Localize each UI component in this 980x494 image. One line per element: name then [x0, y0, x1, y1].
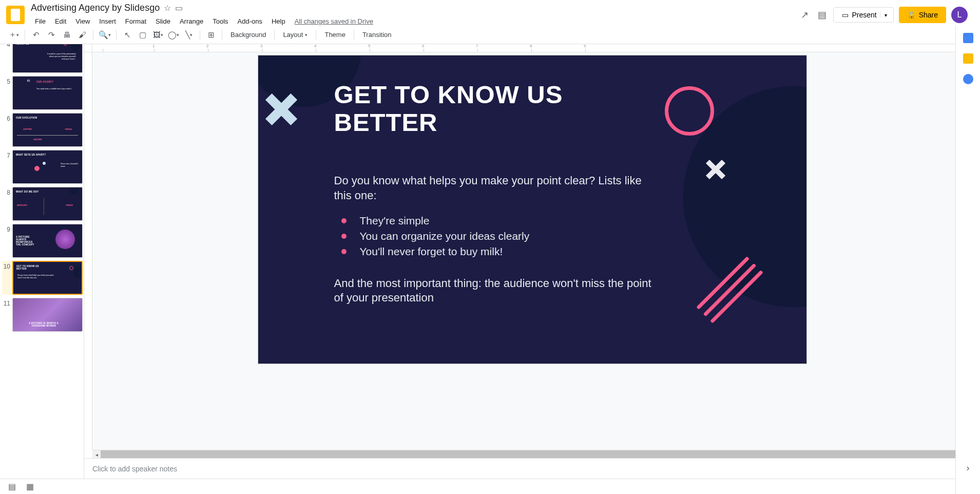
- list-item: You can organize your ideas clearly: [334, 230, 530, 242]
- thumb-label: MERCURY: [17, 204, 27, 206]
- new-slide-button[interactable]: ＋▾: [7, 28, 21, 42]
- image-tool[interactable]: 🖼▾: [151, 28, 165, 42]
- present-label: Present: [852, 11, 876, 19]
- account-avatar[interactable]: L: [951, 7, 968, 23]
- select-tool[interactable]: ↖: [121, 28, 134, 42]
- thumb[interactable]: 01 OUR AGENCY You could enter a subtitle…: [12, 76, 83, 110]
- thumb-num: 8: [2, 187, 12, 196]
- canvas-area: GET TO KNOW US BETTER Do you know what h…: [84, 44, 980, 479]
- thumb-title: A PICTURE IS WORTH A THOUSAND WORDS: [28, 322, 59, 327]
- bullet-icon: [341, 234, 347, 239]
- thumb[interactable]: OUR EVOLUTION JUPITER VENUS SATURN: [12, 113, 83, 147]
- thumb[interactable]: GET TO KNOW US BETTER Do you know what h…: [12, 261, 83, 295]
- grid-view-icon[interactable]: ▦: [26, 482, 34, 491]
- slide-bullet-list[interactable]: They're simple You can organize your ide…: [334, 215, 530, 261]
- list-item: They're simple: [334, 215, 530, 227]
- present-button[interactable]: ▭ Present ▾: [833, 7, 893, 23]
- textbox-tool[interactable]: ▢: [136, 28, 149, 42]
- thumb-4[interactable]: 4 ABOUT US It could be a part of the pre…: [2, 44, 83, 73]
- avatar-initial: L: [957, 10, 962, 20]
- slide[interactable]: GET TO KNOW US BETTER Do you know what h…: [258, 55, 806, 364]
- layout-button[interactable]: Layout▾: [279, 29, 312, 41]
- paint-format-button[interactable]: 🖌: [75, 28, 89, 42]
- redo-button[interactable]: ↷: [45, 28, 58, 42]
- side-collapse-icon[interactable]: ›: [967, 463, 970, 473]
- ruler-vertical: [84, 52, 92, 450]
- bullet-icon: [341, 249, 347, 254]
- thumb-num: 5: [2, 76, 12, 85]
- thumb-title: GET TO KNOW US BETTER: [16, 265, 42, 270]
- workspace: 4 ABOUT US It could be a part of the pre…: [0, 44, 980, 479]
- thumb-title: ABOUT US: [16, 44, 29, 45]
- decoration-ring-icon: [665, 86, 714, 136]
- print-button[interactable]: 🖶: [60, 28, 73, 42]
- side-panel: ›: [955, 26, 980, 494]
- thumb-label: VENUS: [65, 128, 72, 130]
- theme-button[interactable]: Theme: [320, 29, 349, 41]
- layout-label: Layout: [283, 31, 303, 39]
- slide-canvas[interactable]: GET TO KNOW US BETTER Do you know what h…: [92, 52, 972, 450]
- share-label: Share: [919, 11, 938, 19]
- filmstrip-view-icon[interactable]: ▤: [8, 482, 16, 491]
- undo-button[interactable]: ↶: [29, 28, 43, 42]
- slide-intro-text[interactable]: Do you know what helps you make your poi…: [334, 174, 652, 203]
- decoration-x-icon: [704, 158, 727, 181]
- toolbar: ＋▾ ↶ ↷ 🖶 🖌 🔍▾ ↖ ▢ 🖼▾ ◯▾ ╲▾ ⊞ Background …: [0, 26, 980, 44]
- present-caret-icon[interactable]: ▾: [880, 12, 887, 18]
- line-tool[interactable]: ╲▾: [182, 28, 196, 42]
- thumb-8[interactable]: 8 WHAT DO WE DO? MERCURY VENUS: [2, 187, 83, 221]
- notes-placeholder: Click to add speaker notes: [92, 465, 177, 473]
- thumb-10[interactable]: 10 GET TO KNOW US BETTER Do you know wha…: [2, 261, 83, 295]
- horizontal-scrollbar[interactable]: ◂ ▸: [92, 450, 972, 458]
- shape-tool[interactable]: ◯▾: [167, 28, 180, 42]
- thumb-label: JUPITER: [23, 128, 32, 130]
- thumb-num: 10: [2, 261, 12, 270]
- lock-icon: 🔒: [907, 11, 916, 19]
- filmstrip[interactable]: 4 ABOUT US It could be a part of the pre…: [0, 44, 84, 479]
- comment-button[interactable]: ⊞: [204, 28, 218, 42]
- bullet-text: They're simple: [360, 215, 430, 227]
- transition-button[interactable]: Transition: [358, 29, 396, 41]
- thumb-6[interactable]: 6 OUR EVOLUTION JUPITER VENUS SATURN: [2, 113, 83, 147]
- slide-title-line1: GET TO KNOW US: [334, 81, 563, 108]
- comments-icon[interactable]: ▤: [816, 9, 828, 21]
- ruler-horizontal: [92, 44, 972, 52]
- doc-title[interactable]: Advertising Agency by Slidesgo: [31, 3, 160, 13]
- bullet-icon: [341, 218, 347, 223]
- thumb[interactable]: A PICTURE ALWAYS REINFORCES THE CONCEPT: [12, 224, 83, 258]
- move-folder-icon[interactable]: ▭: [175, 3, 183, 13]
- scroll-thumb[interactable]: [101, 450, 964, 458]
- thumb-7[interactable]: 7 WHAT SETS US APART? Venus has a beauti…: [2, 150, 83, 184]
- thumb-5[interactable]: 5 01 OUR AGENCY You could enter a subtit…: [2, 76, 83, 110]
- tasks-icon[interactable]: [963, 74, 973, 84]
- star-icon[interactable]: ☆: [164, 3, 171, 13]
- thumb-num: 11: [2, 298, 12, 307]
- thumb-title: OUR EVOLUTION: [16, 117, 37, 119]
- thumb-num: 4: [2, 44, 12, 48]
- thumb[interactable]: WHAT SETS US APART? Venus has a beautifu…: [12, 150, 83, 184]
- slide-title[interactable]: GET TO KNOW US BETTER: [334, 81, 563, 137]
- decoration-x-icon: [263, 91, 299, 127]
- thumb-9[interactable]: 9 A PICTURE ALWAYS REINFORCES THE CONCEP…: [2, 224, 83, 258]
- speaker-notes[interactable]: Click to add speaker notes: [84, 458, 980, 479]
- thumb-num: 9: [2, 224, 12, 233]
- present-icon: ▭: [842, 11, 849, 19]
- slide-title-line2: BETTER: [334, 108, 438, 136]
- activity-icon[interactable]: ↗: [798, 9, 811, 21]
- thumb-11[interactable]: 11 A PICTURE IS WORTH A THOUSAND WORDS: [2, 298, 83, 332]
- slide-outro-text[interactable]: And the most important thing: the audien…: [334, 276, 663, 305]
- thumb-title: WHAT DO WE DO?: [16, 191, 39, 193]
- share-button[interactable]: 🔒 Share: [899, 7, 946, 23]
- background-button[interactable]: Background: [226, 29, 270, 41]
- bullet-text: You'll never forget to buy milk!: [360, 245, 503, 258]
- slides-logo[interactable]: [6, 6, 25, 24]
- thumb-sub: 01: [27, 80, 30, 82]
- zoom-button[interactable]: 🔍▾: [98, 28, 112, 42]
- keep-icon[interactable]: [963, 53, 973, 64]
- calendar-icon[interactable]: [963, 33, 973, 43]
- thumb[interactable]: ABOUT US It could be a part of the prese…: [12, 44, 83, 73]
- thumb-num: 7: [2, 150, 12, 159]
- thumb[interactable]: WHAT DO WE DO? MERCURY VENUS: [12, 187, 83, 221]
- thumb-label: VENUS: [66, 204, 73, 206]
- thumb[interactable]: A PICTURE IS WORTH A THOUSAND WORDS: [12, 298, 83, 332]
